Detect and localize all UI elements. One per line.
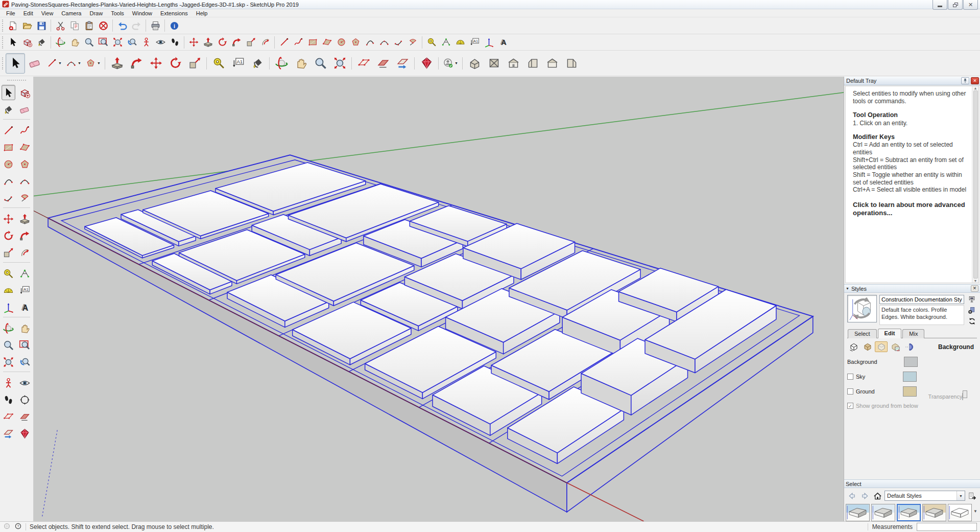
style-thumb-5[interactable] [948,504,972,521]
section-fill-tool-button[interactable] [2,426,15,441]
dimension-button[interactable] [439,35,453,49]
close-button[interactable]: ✕ [963,0,978,10]
position-camera-button[interactable] [139,35,153,49]
walk-button[interactable] [168,35,182,49]
view-left-button[interactable] [562,53,581,74]
make-component-tool-button[interactable] [18,85,32,100]
rectangle-tool-button[interactable] [2,140,15,155]
toolbar-drag-handle[interactable] [2,19,4,32]
transparency-slider[interactable] [962,393,963,400]
tape-measure-button[interactable] [424,35,439,49]
scale-tool-button[interactable] [2,245,15,260]
style-thumb-2[interactable] [871,504,895,521]
section-plane-tool-button[interactable] [2,409,15,424]
text-tool-button[interactable]: A1 [18,283,32,298]
secondary-pane-button[interactable] [967,295,976,304]
dropdown-caret-icon[interactable]: ▼ [78,61,81,65]
select-button[interactable] [6,35,20,49]
follow-me-tool-button[interactable] [18,228,32,243]
zoom-button[interactable] [310,53,330,74]
update-style-button[interactable] [967,317,976,325]
push-pull-tool-button[interactable] [18,211,32,226]
rotated-rectangle-tool-button[interactable] [18,140,32,155]
cut-button[interactable] [53,19,67,33]
forward-button[interactable] [859,490,870,501]
redo-button[interactable] [129,19,144,33]
face-settings-button[interactable] [861,341,874,352]
section-display-tool-button[interactable] [18,409,32,424]
dropdown-caret-icon[interactable]: ▼ [97,61,101,65]
menu-window[interactable]: Window [128,10,156,17]
view-back-button[interactable] [542,53,562,74]
rotate-button[interactable] [215,35,229,49]
instructor-scrollbar[interactable]: ▲ ▼ [972,86,978,283]
line-button[interactable]: ▼ [44,53,64,74]
tape-measure-button[interactable] [209,53,228,74]
select-button[interactable] [6,53,25,74]
edge-settings-button[interactable] [847,341,860,352]
scale-button[interactable] [185,53,204,74]
advanced-operations-link[interactable]: Click to learn about more advanced opera… [853,201,968,217]
style-name-input[interactable] [879,295,964,304]
gem-tool-button[interactable] [18,426,32,441]
3d-text-tool-button[interactable]: AA [18,299,32,315]
protractor-tool-button[interactable] [2,283,15,298]
3d-text-button[interactable]: AA [496,35,510,49]
details-menu-button[interactable] [967,490,978,501]
measurements-input[interactable] [917,523,977,531]
scroll-down-icon[interactable]: ▼ [974,279,977,283]
tray-close-button[interactable]: ✕ [971,77,979,84]
arc-tool-button[interactable] [2,173,15,189]
styles-home-button[interactable] [872,490,883,501]
paint-bucket-button[interactable] [34,35,49,49]
view-right-button[interactable] [523,53,542,74]
scale-button[interactable] [244,35,258,49]
ground-color-swatch[interactable] [903,386,917,397]
sky-color-swatch[interactable] [903,372,917,382]
erase-doc-button[interactable] [96,19,110,33]
toolbar-drag-handle[interactable] [2,36,4,49]
restore-button[interactable] [948,0,963,10]
position-camera-tool-button[interactable] [2,375,15,390]
follow-me-button[interactable] [127,53,146,74]
menu-camera[interactable]: Camera [57,10,85,17]
zoom-extents-button[interactable] [110,35,125,49]
polygon-button[interactable] [348,35,363,49]
menu-tools[interactable]: Tools [107,10,128,17]
freehand-button[interactable] [291,35,305,49]
pan-button[interactable] [291,53,310,74]
make-component-button[interactable] [20,35,34,49]
paint-bucket-button[interactable] [248,53,267,74]
2-point-arc-button[interactable] [377,35,391,49]
push-pull-button[interactable] [201,35,215,49]
protractor-button[interactable] [453,35,467,49]
view-iso-button[interactable] [465,53,484,74]
orbit-button[interactable] [53,35,67,49]
zoom-previous-button[interactable] [125,35,139,49]
look-around-button[interactable] [153,35,168,49]
styles-section-header[interactable]: ▼ Styles ✕ [844,284,980,293]
section-display-button[interactable] [373,53,393,74]
tray-pin-button[interactable] [961,77,969,84]
palette-drag-handle[interactable] [7,80,26,82]
undo-button[interactable] [115,19,129,33]
dimension-tool-button[interactable] [18,266,32,281]
pie-button[interactable] [405,35,420,49]
back-button[interactable] [846,490,857,501]
menu-help[interactable]: Help [192,10,212,17]
styles-close-button[interactable]: ✕ [971,285,978,292]
dropdown-caret-icon[interactable]: ▼ [58,61,62,65]
zoom-button[interactable] [82,35,96,49]
save-button[interactable] [34,19,49,33]
offset-button[interactable] [258,35,272,49]
polygon-button[interactable]: ▼ [83,53,103,74]
eraser-button[interactable] [25,53,44,74]
compass-tool-button[interactable] [18,392,32,407]
tab-edit[interactable]: Edit [878,329,902,338]
toolbar-drag-handle[interactable] [2,57,4,70]
modeling-settings-button[interactable] [902,341,915,352]
circle-button[interactable] [334,35,348,49]
zoom-window-button[interactable] [96,35,110,49]
tab-mix[interactable]: Mix [902,329,924,338]
walk-tool-button[interactable] [2,392,15,407]
